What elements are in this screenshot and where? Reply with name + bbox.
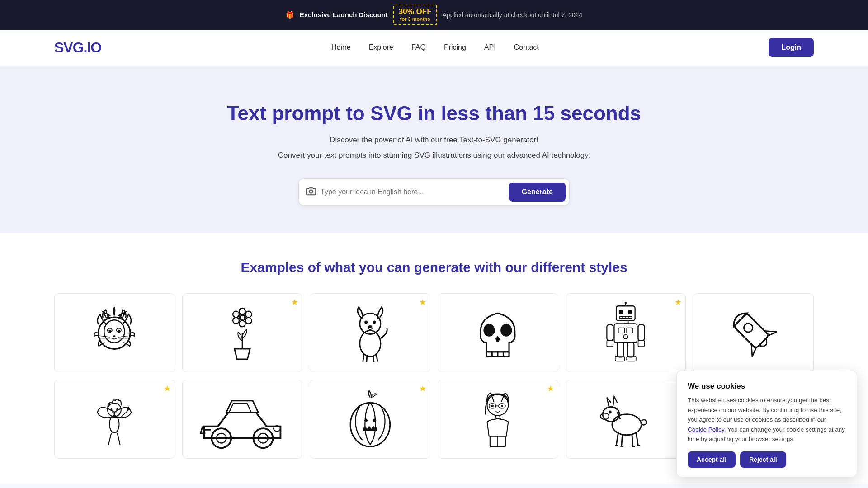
svg-rect-51: [638, 324, 645, 340]
donkey-svg: [578, 388, 674, 450]
svg-point-17: [233, 311, 239, 317]
hero-subtext1: Discover the power of AI with our free T…: [9, 134, 859, 147]
cookie-text-before: This website uses cookies to ensure you …: [688, 397, 841, 423]
gallery-item-flower[interactable]: ★: [182, 293, 303, 372]
star-icon: ★: [291, 297, 298, 307]
logo[interactable]: SVG.IO: [54, 39, 101, 56]
gallery-item-car[interactable]: [182, 380, 303, 459]
svg-point-18: [233, 317, 239, 324]
gallery-row-1: ★ ★: [54, 293, 814, 372]
star-icon: ★: [419, 384, 426, 394]
star-icon: ★: [675, 297, 682, 307]
banner-subtitle: Applied automatically at checkout until …: [443, 11, 583, 19]
generate-button[interactable]: Generate: [509, 183, 566, 202]
svg-rect-39: [619, 310, 623, 314]
cookie-buttons: Accept all Reject all: [688, 451, 846, 468]
cookie-text: This website uses cookies to ensure you …: [688, 395, 846, 444]
svg-rect-50: [607, 324, 613, 340]
search-box: Generate: [298, 178, 570, 206]
fairy-svg: [66, 388, 162, 450]
svg-line-29: [376, 354, 377, 361]
banner-pct: 30% OFF: [399, 7, 432, 16]
svg-point-63: [117, 408, 118, 410]
cookie-policy-link[interactable]: Cookie Policy: [688, 426, 724, 433]
cookie-title: We use cookies: [688, 382, 846, 391]
svg-point-25: [368, 325, 372, 328]
svg-point-77: [491, 404, 494, 407]
gallery-item-girl[interactable]: ★: [438, 380, 558, 459]
hero-section: Text prompt to SVG in less than 15 secon…: [0, 66, 868, 233]
gallery-item-pumpkin[interactable]: ★: [310, 380, 430, 459]
svg-point-78: [501, 404, 503, 407]
svg-point-5: [109, 329, 111, 332]
robot-svg: [578, 302, 674, 364]
gallery-item-dog[interactable]: ★: [310, 293, 430, 372]
skull-svg: [450, 302, 546, 364]
examples-heading: Examples of what you can generate with o…: [54, 260, 814, 275]
cookie-banner: We use cookies This website uses cookies…: [676, 371, 857, 477]
svg-marker-65: [127, 406, 130, 409]
gallery-item-skull[interactable]: [438, 293, 558, 372]
svg-rect-47: [618, 328, 625, 333]
svg-line-87: [616, 432, 618, 446]
svg-rect-54: [618, 343, 624, 357]
svg-point-1: [99, 317, 130, 349]
nav-home[interactable]: Home: [331, 43, 351, 51]
nav-api[interactable]: API: [484, 43, 496, 51]
nav-faq[interactable]: FAQ: [411, 43, 426, 51]
svg-point-83: [612, 414, 642, 435]
svg-point-31: [501, 324, 512, 337]
svg-point-6: [118, 329, 120, 332]
top-banner: 🎁 Exclusive Launch Discount 30% OFF for …: [0, 0, 868, 30]
svg-point-62: [111, 408, 113, 410]
examples-heading-plain: Examples of what you can generate with o…: [241, 260, 589, 275]
gallery-item-robot[interactable]: ★: [566, 293, 686, 372]
search-input[interactable]: [321, 188, 509, 196]
svg-point-24: [373, 320, 376, 324]
svg-line-89: [632, 434, 633, 446]
star-icon: ★: [419, 297, 426, 307]
camera-icon: [306, 186, 316, 198]
svg-point-0: [309, 190, 312, 193]
lion-svg: [66, 302, 162, 364]
svg-line-27: [367, 355, 367, 362]
svg-point-16: [245, 317, 252, 324]
nav-pricing[interactable]: Pricing: [444, 43, 466, 51]
login-button[interactable]: Login: [769, 38, 814, 57]
svg-point-86: [609, 410, 612, 413]
dog-svg: [322, 302, 418, 364]
examples-heading-link[interactable]: styles: [589, 260, 627, 275]
flower-svg: [194, 302, 290, 364]
nav-explore[interactable]: Explore: [369, 43, 393, 51]
svg-point-23: [364, 320, 368, 324]
reject-all-button[interactable]: Reject all: [740, 451, 786, 468]
svg-rect-53: [638, 340, 645, 347]
hero-heading: Text prompt to SVG in less than 15 secon…: [9, 102, 859, 125]
svg-line-88: [622, 434, 623, 446]
gallery-item-rocket[interactable]: [693, 293, 814, 372]
svg-point-72: [350, 403, 390, 446]
girl-svg: [450, 388, 546, 450]
car-svg: [194, 388, 290, 450]
banner-title: Exclusive Launch Discount: [300, 11, 388, 19]
svg-point-59: [742, 321, 754, 333]
svg-rect-55: [628, 343, 634, 357]
nav-links: Home Explore FAQ Pricing API Contact: [331, 43, 539, 52]
svg-line-26: [363, 354, 364, 361]
gallery-item-donkey[interactable]: [566, 380, 686, 459]
svg-point-38: [625, 302, 627, 304]
svg-point-15: [245, 311, 252, 317]
banner-badge: 30% OFF for 3 months: [393, 5, 437, 25]
nav-contact[interactable]: Contact: [514, 43, 539, 51]
svg-point-20: [240, 315, 244, 319]
star-icon: ★: [547, 384, 554, 394]
gallery-item-fairy[interactable]: ★: [54, 380, 175, 459]
svg-rect-48: [627, 328, 633, 333]
svg-point-14: [239, 308, 245, 314]
svg-rect-40: [628, 310, 632, 314]
star-icon: ★: [164, 384, 171, 394]
svg-line-28: [373, 355, 374, 362]
accept-all-button[interactable]: Accept all: [688, 451, 736, 468]
svg-point-19: [239, 320, 245, 327]
gallery-item-lion[interactable]: [54, 293, 175, 372]
